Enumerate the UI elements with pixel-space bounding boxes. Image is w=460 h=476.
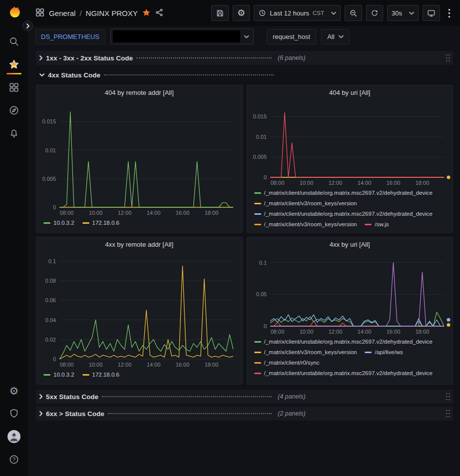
time-series-chart[interactable]: 00.0050.010.01508:0010:0012:0014:0016:00… — [36, 99, 242, 217]
svg-text:0.02: 0.02 — [45, 337, 56, 343]
row-title: 5xx Status Code — [46, 393, 98, 401]
share-icon[interactable] — [155, 8, 164, 18]
datasource-variable-select[interactable] — [110, 28, 254, 44]
sidebar-item-alerting[interactable] — [4, 123, 24, 143]
panel-count: (6 panels) — [278, 54, 306, 61]
svg-text:10:00: 10:00 — [299, 329, 313, 335]
svg-text:12:00: 12:00 — [328, 180, 342, 186]
legend-item[interactable]: /_matrix/client/r0/sync — [254, 358, 320, 367]
panel-title[interactable]: 404 by remote addr [All] — [36, 85, 242, 99]
sidebar-item-starred[interactable] — [4, 54, 24, 74]
legend-swatch — [254, 203, 261, 204]
grafana-logo[interactable] — [5, 4, 22, 21]
row-4xx[interactable]: 4xx Status Code — [36, 68, 453, 82]
favorite-star-icon[interactable] — [142, 8, 151, 18]
legend-item[interactable]: /_matrix/client/unstable/org.matrix.msc2… — [254, 337, 433, 346]
time-range-label: Last 12 hours — [270, 9, 309, 17]
legend-item[interactable]: /sw.js — [365, 220, 389, 229]
request-host-variable-select[interactable]: All — [321, 29, 349, 44]
chevron-down-icon — [331, 11, 336, 15]
legend-item[interactable]: /_matrix/client/unstable/org.matrix.msc2… — [254, 369, 433, 378]
sidebar-item-profile[interactable] — [4, 427, 24, 447]
svg-text:10:00: 10:00 — [89, 362, 103, 368]
time-series-chart[interactable]: 00.0050.010.01508:0010:0012:0014:0016:00… — [247, 99, 453, 187]
sidebar-expand-button[interactable] — [22, 20, 33, 31]
legend-swatch — [254, 213, 261, 215]
svg-text:14:00: 14:00 — [357, 329, 371, 335]
save-dashboard-button[interactable] — [211, 5, 229, 21]
row-drag-handle[interactable] — [446, 409, 451, 420]
svg-text:08:00: 08:00 — [60, 210, 74, 216]
row-title: 6xx > Status Code — [46, 410, 104, 418]
legend-label: /_matrix/client/unstable/org.matrix.msc2… — [264, 209, 433, 218]
legend-item[interactable]: /_matrix/client/v3/room_keys/version — [254, 348, 357, 357]
zoom-out-icon — [349, 9, 358, 17]
row-6xx[interactable]: 6xx > Status Code (2 panels) — [36, 407, 453, 421]
time-series-chart[interactable]: 00.020.040.060.080.108:0010:0012:0014:00… — [36, 251, 242, 369]
chevron-down-icon — [339, 35, 344, 38]
svg-text:16:00: 16:00 — [386, 180, 400, 186]
svg-text:0.005: 0.005 — [253, 154, 267, 160]
panel-title[interactable]: 4xx by remote addr [All] — [36, 237, 242, 251]
sidebar-item-search[interactable] — [4, 31, 24, 51]
sidebar-item-server-admin[interactable] — [4, 404, 24, 424]
sidebar-item-explore[interactable] — [4, 100, 24, 120]
apps-grid-icon[interactable] — [35, 7, 45, 19]
legend-item[interactable]: /_matrix/client/v3/room_keys/version — [254, 220, 357, 229]
refresh-interval-value: 30s — [392, 9, 402, 17]
svg-text:0.05: 0.05 — [256, 291, 266, 297]
dashboard-content: 1xx - 3xx - 2xx Status Code (6 panels) 4… — [28, 47, 460, 476]
legend-item[interactable]: /api/live/ws — [365, 348, 403, 357]
legend-swatch — [82, 222, 89, 224]
legend-item[interactable]: /_matrix/client/v3/room_keys/version — [254, 199, 357, 208]
flame-icon — [6, 5, 21, 20]
legend-item[interactable]: 10.0.3.2 — [43, 218, 74, 227]
panel-count: (2 panels) — [278, 410, 306, 417]
legend-label: /sw.js — [375, 220, 389, 229]
breadcrumb-folder[interactable]: General — [49, 9, 75, 17]
panel-404-by-uri: 404 by uri [All] 00.0050.010.01508:0010:… — [247, 85, 454, 233]
datasource-variable-label[interactable]: DS_PROMETHEUS — [35, 29, 105, 44]
refresh-button[interactable] — [366, 5, 383, 21]
legend-label: /_matrix/client/v3/room_keys/version — [264, 348, 357, 357]
request-host-variable-label[interactable]: request_host — [267, 29, 316, 44]
row-drag-handle[interactable] — [446, 53, 451, 64]
panel-title[interactable]: 4xx by uri [All] — [247, 237, 453, 251]
svg-text:08:00: 08:00 — [60, 362, 74, 368]
tv-mode-button[interactable] — [423, 5, 440, 21]
svg-text:10:00: 10:00 — [299, 180, 313, 186]
sidebar-item-dashboards[interactable] — [4, 77, 24, 97]
legend-swatch — [365, 224, 372, 225]
sidebar-item-configuration[interactable]: ⚙ — [4, 381, 24, 401]
grafana-app: ⚙ ? — [0, 0, 460, 476]
legend-swatch — [254, 341, 261, 343]
chevron-right-icon — [39, 55, 43, 61]
refresh-interval-dropdown[interactable]: 30s — [387, 5, 419, 21]
panel-title[interactable]: 404 by uri [All] — [247, 85, 453, 99]
legend-label: 10.0.3.2 — [53, 218, 74, 227]
variables-bar: DS_PROMETHEUS request_host All — [28, 26, 460, 47]
time-range-picker[interactable]: Last 12 hours CST — [254, 5, 341, 21]
legend-item[interactable]: 10.0.3.2 — [43, 370, 74, 379]
dashboard-title[interactable]: NGINX PROXY — [86, 9, 138, 17]
legend-item[interactable]: /_matrix/client/unstable/org.matrix.msc2… — [254, 188, 433, 197]
svg-text:0.08: 0.08 — [45, 278, 56, 284]
svg-text:0.015: 0.015 — [42, 118, 56, 124]
shield-icon — [8, 408, 19, 419]
zoom-out-button[interactable] — [345, 5, 362, 21]
dashboard-settings-button[interactable]: ⚙ — [233, 5, 250, 21]
row-1xx-3xx-2xx[interactable]: 1xx - 3xx - 2xx Status Code (6 panels) — [36, 51, 453, 65]
more-options-button[interactable] — [444, 5, 454, 21]
legend-item[interactable]: 172.18.0.6 — [82, 218, 119, 227]
svg-text:0.01: 0.01 — [45, 147, 56, 153]
svg-text:0: 0 — [53, 204, 56, 210]
time-series-chart[interactable]: 00.050.108:0010:0012:0014:0016:0018:00 — [247, 251, 453, 336]
panel-4xx-by-remote-addr: 4xx by remote addr [All] 00.020.040.060.… — [36, 237, 243, 385]
chevron-right-icon — [39, 411, 43, 417]
row-drag-handle[interactable] — [446, 392, 451, 403]
sidebar-item-help[interactable]: ? — [4, 450, 24, 470]
row-5xx[interactable]: 5xx Status Code (4 panels) — [36, 390, 453, 404]
legend-item[interactable]: /_matrix/client/unstable/org.matrix.msc2… — [254, 209, 433, 218]
chevron-right-icon — [39, 394, 43, 400]
legend-item[interactable]: 172.18.0.6 — [82, 370, 119, 379]
